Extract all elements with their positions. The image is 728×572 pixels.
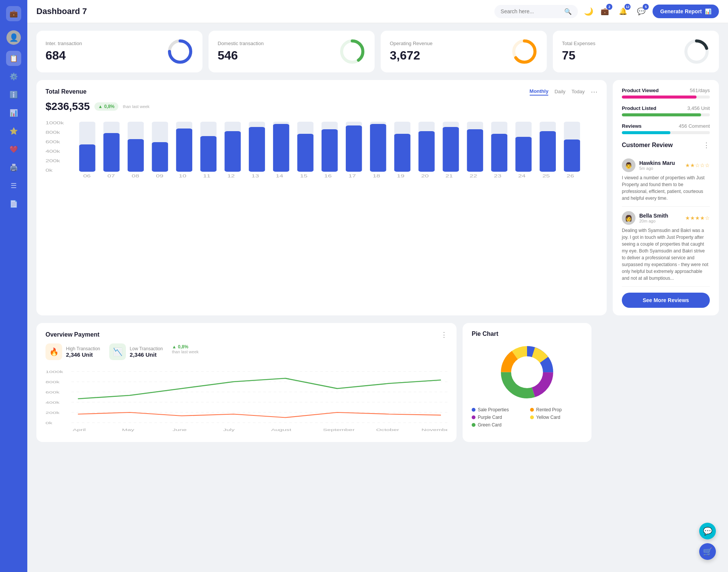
wallet-icon-btn[interactable]: 💼 2 (598, 5, 612, 18)
high-trans-badge: 🔥 High Transaction 2,346 Unit (46, 343, 100, 360)
stat-value-inter: 684 (46, 49, 82, 63)
legend-sale-properties: Sale Properties (472, 407, 524, 412)
search-icon[interactable]: 🔍 (564, 8, 572, 15)
stat-value-expenses: 75 (562, 49, 595, 63)
svg-text:May: May (122, 428, 135, 432)
sidebar-item-favorites[interactable]: ⭐ (6, 124, 21, 139)
review-text-0: I viewed a number of properties with Jus… (622, 174, 710, 202)
svg-text:600k: 600k (46, 390, 60, 394)
main-area: Dashboard 7 🔍 🌙 💼 2 🔔 12 💬 5 Generate Re… (27, 0, 728, 572)
donut-chart-domestic (339, 38, 366, 65)
sidebar-avatar: 👤 (6, 30, 21, 45)
svg-rect-53 (540, 131, 556, 172)
wallet-badge: 2 (606, 4, 612, 10)
stat-label-expenses: Total Expenses (562, 41, 595, 46)
sidebar-item-menu[interactable]: ☰ (6, 178, 21, 193)
pct-up-icon: ▲ (172, 344, 176, 349)
high-trans-info: High Transaction 2,346 Unit (66, 346, 100, 358)
stat-label-inter: Inter. transaction (46, 41, 82, 46)
svg-text:1000k: 1000k (46, 370, 63, 374)
chat-icon-btn[interactable]: 💬 5 (634, 5, 648, 18)
floating-support-btn[interactable]: 💬 (699, 523, 716, 539)
sidebar-item-analytics[interactable]: 📊 (6, 105, 21, 121)
svg-text:July: July (223, 428, 235, 432)
review-item-0: 👨 Hawkins Maru 5m ago ★★☆☆☆ I viewed a n… (622, 154, 710, 207)
transaction-badges: 🔥 High Transaction 2,346 Unit 📉 Low Tran… (46, 343, 447, 360)
stat-reviews: Reviews 456 Comment (622, 123, 710, 134)
svg-text:600k: 600k (46, 140, 60, 144)
overview-header: Overview Payment ⋮ (46, 331, 447, 339)
sidebar-item-print[interactable]: 🖨️ (6, 160, 21, 175)
theme-toggle-icon[interactable]: 🌙 (584, 7, 593, 16)
svg-rect-55 (564, 139, 580, 172)
svg-rect-19 (128, 139, 144, 172)
search-input[interactable] (500, 8, 561, 14)
low-trans-icon: 📉 (109, 343, 126, 360)
reviews-more-btn[interactable]: ⋮ (703, 141, 710, 149)
reviewer-time-0: 5m ago (639, 166, 675, 171)
generate-report-button[interactable]: Generate Report 📊 (653, 5, 719, 18)
svg-text:16: 16 (324, 174, 332, 178)
revenue-badge: ▲ 0,8% (94, 102, 118, 111)
product-listed-fill (622, 113, 701, 116)
bell-icon-btn[interactable]: 🔔 12 (616, 5, 630, 18)
reviews-label: Reviews (622, 123, 642, 129)
legend-dot-green (472, 423, 475, 427)
legend-purple-card: Purple Card (472, 415, 524, 420)
donut-chart-inter (167, 38, 193, 65)
stat-cards-row: Inter. transaction 684 Domestic transact… (36, 31, 719, 72)
review-header-0: 👨 Hawkins Maru 5m ago ★★☆☆☆ (622, 158, 710, 172)
svg-text:07: 07 (107, 174, 115, 178)
customer-review-section: Customer Review ⋮ 👨 Hawkins Maru 5m ago (622, 141, 710, 308)
svg-rect-35 (322, 129, 338, 172)
stars-1: ★★★★☆ (685, 215, 710, 221)
reviewer-info-0: Hawkins Maru 5m ago (639, 160, 675, 171)
reviewer-time-1: 20m ago (639, 219, 668, 223)
see-more-reviews-button[interactable]: See More Reviews (622, 293, 710, 308)
svg-text:09: 09 (156, 174, 163, 178)
svg-point-102 (511, 356, 543, 388)
generate-report-label: Generate Report (660, 8, 702, 14)
product-viewed-fill (622, 96, 697, 99)
svg-rect-29 (249, 127, 265, 172)
reviewer-info-1: Bella Smith 20m ago (639, 213, 668, 223)
sidebar-item-reports[interactable]: 📄 (6, 196, 21, 212)
floating-buttons: 💬 🛒 (699, 523, 716, 560)
floating-cart-btn[interactable]: 🛒 (699, 543, 716, 560)
pie-legend: Sale Properties Rented Prop Purple Card … (472, 407, 582, 428)
bell-badge: 12 (624, 4, 631, 10)
pct-change-badge: ▲ 0,8% (172, 344, 198, 349)
svg-text:September: September (323, 428, 355, 432)
product-viewed-value: 561/days (690, 88, 710, 93)
sidebar: 💼 👤 📋 ⚙️ ℹ️ 📊 ⭐ ❤️ 🖨️ ☰ 📄 (0, 0, 27, 572)
reviewer-avatar-1: 👩 (622, 211, 635, 225)
customer-review-header: Customer Review ⋮ (622, 141, 710, 149)
total-revenue-card: Total Revenue Monthly Daily Today ⋯ $236… (36, 80, 607, 315)
tab-daily[interactable]: Daily (554, 89, 565, 95)
legend-dot-purple (472, 415, 475, 419)
svg-text:June: June (173, 428, 187, 432)
stat-value-domestic: 546 (218, 49, 264, 63)
tab-monthly[interactable]: Monthly (530, 88, 549, 96)
revenue-title: Total Revenue (46, 88, 86, 95)
svg-text:19: 19 (397, 174, 405, 178)
revenue-more-btn[interactable]: ⋯ (591, 88, 598, 96)
revenue-pct: 0,8% (104, 104, 115, 109)
overview-more-btn[interactable]: ⋮ (441, 331, 447, 339)
legend-label-yellow: Yellow Card (536, 415, 560, 420)
svg-rect-15 (79, 144, 96, 172)
svg-rect-25 (200, 136, 217, 172)
svg-rect-31 (273, 124, 289, 172)
sidebar-item-dashboard[interactable]: 📋 (6, 51, 21, 66)
low-trans-badge: 📉 Low Transaction 2,346 Unit (109, 343, 163, 360)
sidebar-item-likes[interactable]: ❤️ (6, 142, 21, 157)
svg-text:10: 10 (179, 174, 187, 178)
revenue-card-header: Total Revenue Monthly Daily Today ⋯ (46, 88, 598, 96)
review-item-1: 👩 Bella Smith 20m ago ★★★★☆ Dealing with… (622, 207, 710, 287)
svg-text:22: 22 (470, 174, 477, 178)
tab-today[interactable]: Today (571, 89, 585, 95)
revenue-bar-chart: 1000k 800k 600k 400k 200k 0k (46, 119, 598, 179)
sidebar-item-info[interactable]: ℹ️ (6, 87, 21, 102)
sidebar-item-settings[interactable]: ⚙️ (6, 69, 21, 84)
middle-row: Total Revenue Monthly Daily Today ⋯ $236… (36, 80, 719, 315)
